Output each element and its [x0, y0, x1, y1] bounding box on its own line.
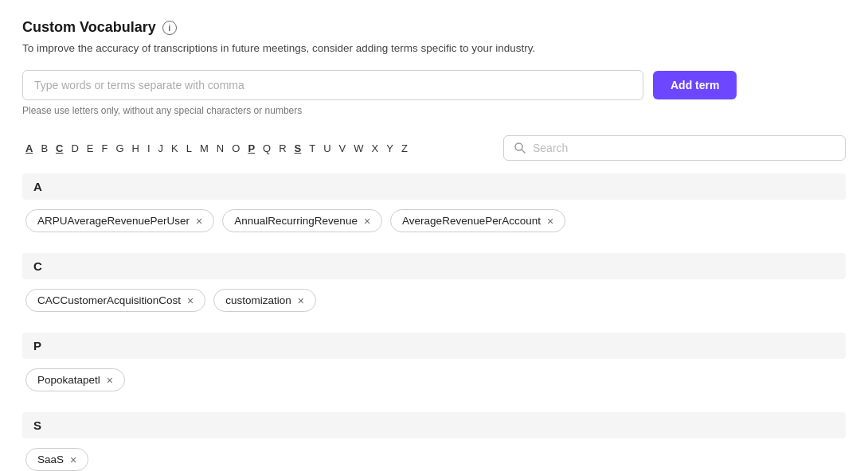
- alpha-letter-H[interactable]: H: [129, 141, 143, 156]
- search-box[interactable]: [503, 135, 846, 161]
- tag-AnnualRecurringRevenue: AnnualRecurringRevenue×: [222, 209, 382, 232]
- tag-label: AverageRevenuePerAccount: [402, 215, 541, 227]
- alpha-letter-Z[interactable]: Z: [398, 141, 411, 156]
- search-input[interactable]: [533, 142, 835, 154]
- tag-label: CACCustomerAcquisitionCost: [37, 294, 181, 306]
- alpha-letter-B[interactable]: B: [37, 141, 51, 156]
- tag-label: AnnualRecurringRevenue: [234, 215, 358, 227]
- tags-row-C: CACCustomerAcquisitionCost×customization…: [22, 289, 846, 326]
- section-header-S: S: [22, 412, 846, 438]
- tag-AverageRevenuePerAccount: AverageRevenuePerAccount×: [390, 209, 565, 232]
- tag-remove-button[interactable]: ×: [187, 295, 194, 306]
- alpha-letter-A[interactable]: A: [22, 141, 36, 156]
- alpha-letter-J[interactable]: J: [155, 141, 167, 156]
- alpha-letter-F[interactable]: F: [99, 141, 111, 156]
- alpha-letter-R[interactable]: R: [276, 141, 289, 156]
- alpha-letter-L[interactable]: L: [183, 141, 195, 156]
- tag-customization: customization×: [213, 289, 316, 312]
- tag-remove-button[interactable]: ×: [70, 454, 76, 465]
- alpha-letter-P[interactable]: P: [244, 141, 258, 156]
- page-title-text: Custom Vocabulary: [22, 19, 156, 36]
- add-term-button[interactable]: Add term: [653, 71, 737, 99]
- term-input[interactable]: [22, 70, 643, 100]
- tag-ARPUAverageRevenuePerUser: ARPUAverageRevenuePerUser×: [25, 209, 214, 232]
- alpha-letter-W[interactable]: W: [350, 141, 366, 156]
- tag-label: Popokatapetl: [37, 374, 100, 386]
- add-term-row: Add term: [22, 70, 846, 100]
- alpha-letter-U[interactable]: U: [320, 141, 334, 156]
- hint-text: Please use letters only, without any spe…: [22, 105, 846, 116]
- section-S: SSaaS×: [22, 412, 846, 471]
- tags-row-P: Popokatapetl×: [22, 368, 846, 406]
- alpha-letter-M[interactable]: M: [197, 141, 212, 156]
- alpha-letter-T[interactable]: T: [306, 141, 319, 156]
- alphabet-search-row: ABCDEFGHIJKLMNOPQRSTUVWXYZ: [22, 135, 846, 161]
- alpha-letter-E[interactable]: E: [84, 141, 97, 156]
- tag-label: SaaS: [37, 453, 64, 465]
- alpha-letter-K[interactable]: K: [168, 141, 182, 156]
- alpha-letter-S[interactable]: S: [291, 141, 305, 156]
- page-header: Custom Vocabulary i To improve the accur…: [22, 19, 846, 54]
- alpha-letter-O[interactable]: O: [229, 141, 243, 156]
- search-icon: [514, 142, 526, 154]
- tag-remove-button[interactable]: ×: [196, 216, 202, 227]
- section-C: CCACCustomerAcquisitionCost×customizatio…: [22, 253, 846, 326]
- tag-Popokatapetl: Popokatapetl×: [25, 368, 125, 391]
- tags-row-S: SaaS×: [22, 448, 846, 471]
- tag-remove-button[interactable]: ×: [107, 375, 113, 386]
- alpha-letter-N[interactable]: N: [213, 141, 227, 156]
- tag-remove-button[interactable]: ×: [547, 216, 553, 227]
- alpha-letter-X[interactable]: X: [369, 141, 382, 156]
- tag-remove-button[interactable]: ×: [298, 295, 304, 306]
- alphabet-nav: ABCDEFGHIJKLMNOPQRSTUVWXYZ: [22, 141, 411, 156]
- section-header-C: C: [22, 253, 846, 279]
- tag-SaaS: SaaS×: [25, 448, 88, 471]
- alpha-letter-Q[interactable]: Q: [260, 141, 274, 156]
- info-icon[interactable]: i: [162, 21, 177, 35]
- tags-row-A: ARPUAverageRevenuePerUser×AnnualRecurrin…: [22, 209, 846, 247]
- tag-label: ARPUAverageRevenuePerUser: [37, 215, 190, 227]
- section-A: AARPUAverageRevenuePerUser×AnnualRecurri…: [22, 173, 846, 247]
- sections-container: AARPUAverageRevenuePerUser×AnnualRecurri…: [22, 173, 846, 471]
- tag-remove-button[interactable]: ×: [364, 216, 370, 227]
- section-P: PPopokatapetl×: [22, 333, 846, 406]
- section-header-A: A: [22, 173, 846, 200]
- subtitle-text: To improve the accuracy of transcription…: [22, 42, 846, 54]
- alpha-letter-D[interactable]: D: [68, 141, 81, 156]
- alpha-letter-G[interactable]: G: [112, 141, 127, 156]
- alpha-letter-Y[interactable]: Y: [383, 141, 397, 156]
- alpha-letter-C[interactable]: C: [53, 141, 66, 156]
- alpha-letter-V[interactable]: V: [336, 141, 350, 156]
- section-header-P: P: [22, 333, 846, 359]
- tag-CACCustomerAcquisitionCost: CACCustomerAcquisitionCost×: [25, 289, 205, 312]
- alpha-letter-I[interactable]: I: [144, 141, 154, 156]
- svg-line-1: [522, 150, 525, 153]
- tag-label: customization: [225, 294, 291, 306]
